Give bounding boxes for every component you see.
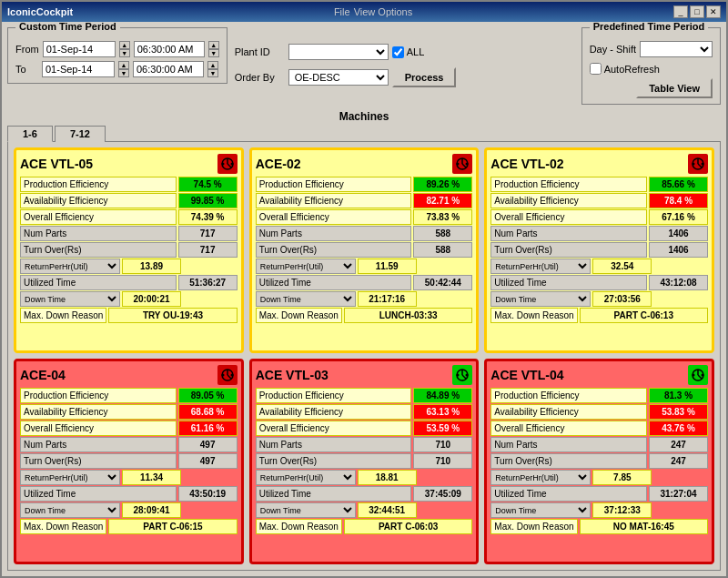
turnover-label-0: Turn Over(Rs) [20, 242, 177, 258]
num-parts-label-2: Num Parts [490, 226, 647, 241]
num-parts-value-1: 588 [413, 226, 472, 241]
machine-card-1: ACE-02 Production Efficiency 89.26 % Ava… [249, 147, 480, 353]
num-parts-label-3: Num Parts [20, 437, 177, 452]
max-down-row-1: Max. Down Reason LUNCH-03:33 [256, 308, 473, 323]
from-time-input[interactable] [134, 41, 205, 57]
to-date-spin-up[interactable]: ▲ [118, 61, 129, 69]
overall-eff-label-5: Overall Efficiency [490, 421, 647, 436]
all-checkbox[interactable] [392, 46, 404, 58]
overall-eff-value-5: 43.76 % [649, 421, 708, 436]
to-date-spin[interactable]: ▲ ▼ [118, 61, 129, 77]
returnperhr-select-3[interactable]: ReturnPerHr(Util) [20, 470, 120, 485]
max-down-label-5: Max. Down Reason [490, 519, 577, 534]
down-time-value-1: 21:17:16 [358, 291, 417, 307]
to-date-spin-down[interactable]: ▼ [118, 69, 129, 77]
num-parts-value-4: 710 [413, 437, 472, 452]
from-time-spin-down[interactable]: ▼ [208, 49, 219, 57]
svg-point-9 [466, 163, 469, 166]
num-parts-label-0: Num Parts [20, 226, 177, 241]
down-time-select-0[interactable]: Down Time [20, 291, 120, 307]
max-down-row-0: Max. Down Reason TRY OU-19:43 [20, 308, 238, 323]
to-time-spin-up[interactable]: ▲ [207, 61, 218, 69]
turnover-label-1: Turn Over(Rs) [256, 242, 412, 258]
turnover-label-5: Turn Over(Rs) [490, 453, 647, 469]
returnperhr-select-5[interactable]: ReturnPerHr(Util) [490, 470, 591, 485]
utilized-time-value-5: 31:27:04 [649, 486, 708, 502]
svg-point-13 [693, 163, 695, 166]
from-label: From [15, 44, 39, 55]
max-down-row-5: Max. Down Reason NO MAT-16:45 [490, 519, 708, 534]
avail-eff-value-2: 78.4 % [649, 193, 708, 208]
title-bar: IconicCockpit File View Options _ □ ✕ [2, 2, 726, 22]
machine-icon-3 [217, 365, 238, 385]
turnover-row-2: Turn Over(Rs) 1406 [490, 242, 708, 258]
utilized-time-label-1: Utilized Time [256, 275, 412, 290]
max-down-value-2: PART C-06:13 [580, 308, 708, 323]
from-date-input[interactable] [43, 41, 116, 57]
tab-1-6[interactable]: 1-6 [7, 126, 53, 142]
returnperhr-select-1[interactable]: ReturnPerHr(Util) [256, 259, 356, 274]
predefined-time-period-group: Predefined Time Period Day - Shift AutoR… [581, 27, 721, 105]
machine-header-0: ACE VTL-05 [20, 154, 238, 174]
max-down-label-3: Max. Down Reason [20, 519, 106, 534]
svg-point-4 [230, 163, 233, 166]
machine-name-3: ACE-04 [20, 368, 66, 382]
maximize-button[interactable]: □ [690, 5, 704, 18]
turnover-label-2: Turn Over(Rs) [490, 242, 647, 258]
turnover-value-5: 247 [649, 453, 708, 469]
machine-name-5: ACE VTL-04 [490, 368, 563, 382]
returnperhr-select-2[interactable]: ReturnPerHr(Util) [490, 259, 591, 274]
order-by-select[interactable]: OE-DESC [288, 69, 389, 86]
returnperhr-row-3: ReturnPerHr(Util) 11.34 [20, 470, 238, 485]
from-date-spin-up[interactable]: ▲ [119, 41, 130, 49]
machine-name-2: ACE VTL-02 [490, 157, 563, 171]
svg-line-2 [228, 164, 231, 167]
down-time-select-2[interactable]: Down Time [490, 291, 591, 307]
close-button[interactable]: ✕ [706, 5, 721, 18]
main-window: IconicCockpit File View Options _ □ ✕ Cu… [0, 0, 728, 578]
from-time-spin-up[interactable]: ▲ [208, 41, 219, 49]
returnperhr-row-0: ReturnPerHr(Util) 13.89 [20, 259, 238, 274]
from-date-spin[interactable]: ▲ ▼ [119, 41, 130, 57]
tab-7-12[interactable]: 7-12 [55, 126, 106, 142]
down-time-select-5[interactable]: Down Time [490, 502, 591, 518]
down-time-value-4: 32:44:51 [358, 502, 417, 518]
down-time-select-3[interactable]: Down Time [20, 502, 120, 518]
returnperhr-value-4: 18.81 [358, 470, 417, 485]
down-time-select-1[interactable]: Down Time [256, 291, 356, 307]
minimize-button[interactable]: _ [673, 5, 688, 18]
machines-label: Machines [339, 110, 389, 123]
down-time-row-3: Down Time 28:09:41 [20, 502, 238, 518]
returnperhr-select-0[interactable]: ReturnPerHr(Util) [20, 259, 120, 274]
overall-eff-row-3: Overall Efficiency 61.16 % [20, 421, 238, 436]
turnover-label-4: Turn Over(Rs) [256, 453, 412, 469]
machine-header-3: ACE-04 [20, 365, 238, 385]
prod-eff-value-3: 89.05 % [178, 388, 238, 403]
to-time-input[interactable] [133, 61, 204, 77]
max-down-label-1: Max. Down Reason [256, 308, 342, 323]
plant-id-select[interactable] [288, 44, 389, 60]
turnover-value-1: 588 [413, 242, 472, 258]
day-shift-label: Day - Shift [590, 44, 636, 55]
custom-time-period-group: Custom Time Period From ▲ ▼ ▲ ▼ To [7, 27, 228, 84]
max-down-value-1: LUNCH-03:33 [344, 308, 472, 323]
overall-eff-value-4: 53.59 % [413, 421, 472, 436]
max-down-value-5: NO MAT-16:45 [580, 519, 708, 534]
machine-header-1: ACE-02 [256, 154, 473, 174]
turnover-value-3: 497 [178, 453, 238, 469]
utilized-time-value-0: 51:36:27 [178, 275, 238, 290]
day-shift-select[interactable] [640, 41, 713, 57]
returnperhr-select-4[interactable]: ReturnPerHr(Util) [256, 470, 356, 485]
process-button[interactable]: Process [392, 67, 457, 87]
down-time-select-4[interactable]: Down Time [256, 502, 356, 518]
max-down-value-3: PART C-06:15 [108, 519, 237, 534]
to-time-spin-down[interactable]: ▼ [207, 69, 218, 77]
autorefresh-checkbox[interactable] [590, 63, 602, 75]
to-date-input[interactable] [42, 61, 115, 77]
from-date-spin-down[interactable]: ▼ [119, 49, 130, 57]
table-view-button[interactable]: Table View [636, 78, 713, 98]
machines-grid: ACE VTL-05 Production Efficiency 74.5 % … [14, 147, 714, 564]
to-time-spin[interactable]: ▲ ▼ [207, 61, 218, 77]
from-time-spin[interactable]: ▲ ▼ [208, 41, 219, 57]
num-parts-label-4: Num Parts [256, 437, 412, 452]
